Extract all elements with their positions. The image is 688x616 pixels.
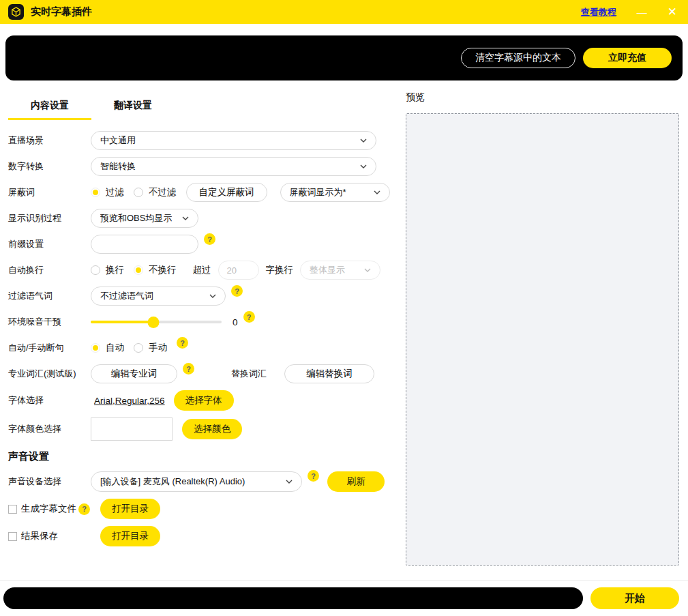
preview-box	[406, 113, 679, 566]
replace-vocab-label: 替换词汇	[231, 368, 267, 380]
wrap-suffix-label: 字换行	[266, 264, 294, 276]
cube-icon	[11, 7, 21, 17]
row-sound-device: 声音设备选择 [输入设备] 麦克风 (Realtek(R) Audio) ? 刷…	[8, 471, 390, 492]
help-icon[interactable]: ?	[308, 470, 319, 482]
row-prefix: 前缀设置 ?	[8, 235, 390, 254]
blocked-words-label: 屏蔽词	[8, 186, 91, 199]
pro-vocab-label: 专业词汇(测试版)	[8, 368, 91, 380]
subtitle-file-check-group: 生成字幕文件 ?	[8, 503, 92, 515]
slider-fill	[91, 321, 153, 323]
row-subtitle-file: 生成字幕文件 ? 打开目录	[8, 499, 390, 519]
sound-device-select[interactable]: [输入设备] 麦克风 (Realtek(R) Audio)	[91, 471, 302, 492]
recharge-button[interactable]: 立即充值	[583, 48, 672, 68]
help-icon[interactable]: ?	[78, 503, 90, 515]
prefix-input-wrap	[91, 235, 198, 254]
select-color-button[interactable]: 选择颜色	[182, 419, 242, 439]
tab-translate-settings[interactable]: 翻译设置	[91, 94, 175, 120]
radio-filter-dot[interactable]	[91, 188, 100, 197]
radio-manual-break-dot[interactable]	[134, 343, 143, 353]
sound-device-label: 声音设备选择	[8, 475, 91, 488]
slider-thumb[interactable]	[148, 317, 160, 328]
subtitle-file-checkbox[interactable]	[8, 505, 17, 514]
row-filler-words: 过滤语气词 不过滤语气词 ?	[8, 287, 390, 306]
help-icon[interactable]: ?	[204, 233, 215, 245]
top-banner: 清空字幕源中的文本 立即充值	[5, 35, 683, 80]
radio-no-filter[interactable]: 不过滤	[134, 186, 177, 199]
view-tutorial-link[interactable]: 查看教程	[581, 6, 616, 18]
clear-subtitle-source-button[interactable]: 清空字幕源中的文本	[461, 48, 575, 68]
noise-slider[interactable]	[91, 317, 222, 328]
chevron-down-icon	[286, 480, 293, 484]
font-color-label: 字体颜色选择	[8, 423, 91, 435]
radio-auto-break-dot[interactable]	[91, 343, 100, 353]
result-save-check-group: 结果保存	[8, 530, 92, 542]
help-icon[interactable]: ?	[183, 363, 194, 375]
chevron-down-icon	[364, 268, 371, 272]
filler-words-select[interactable]: 不过滤语气词	[91, 287, 226, 306]
app-logo	[8, 4, 24, 20]
row-recognition-display: 显示识别过程 预览和OBS均显示	[8, 209, 390, 228]
titlebar-actions: 查看教程 — ✕	[581, 6, 677, 18]
font-color-input[interactable]	[91, 417, 173, 441]
preview-title: 预览	[406, 91, 679, 104]
settings-tabs: 内容设置 翻译设置	[8, 94, 390, 120]
radio-no-wrap[interactable]: 不换行	[134, 264, 177, 276]
radio-auto-break[interactable]: 自动	[91, 342, 124, 354]
minimize-button[interactable]: —	[637, 7, 647, 17]
recognition-display-select[interactable]: 预览和OBS均显示	[91, 209, 198, 228]
subtitle-file-label: 生成字幕文件	[21, 503, 76, 515]
row-font: 字体选择 Arial,Regular,256 选择字体	[8, 390, 390, 411]
help-icon[interactable]: ?	[177, 337, 188, 349]
exceed-input-wrap	[218, 261, 259, 280]
current-font-link[interactable]: Arial,Regular,256	[94, 396, 165, 406]
titlebar: 实时字幕插件 查看教程 — ✕	[0, 0, 688, 24]
app-title: 实时字幕插件	[31, 5, 92, 18]
result-save-checkbox[interactable]	[8, 532, 17, 541]
row-blocked-words: 屏蔽词 过滤 不过滤 自定义屏蔽词 屏蔽词显示为*	[8, 183, 390, 202]
custom-blocked-words-button[interactable]: 自定义屏蔽词	[186, 183, 267, 202]
auto-wrap-label: 自动换行	[8, 264, 91, 276]
prefix-input[interactable]	[100, 239, 190, 250]
radio-manual-break[interactable]: 手动	[134, 342, 167, 354]
radio-no-wrap-dot[interactable]	[134, 265, 143, 275]
chevron-down-icon	[374, 190, 380, 194]
start-button[interactable]: 开始	[590, 587, 679, 609]
radio-wrap[interactable]: 换行	[91, 264, 124, 276]
row-font-color: 字体颜色选择 选择颜色	[8, 417, 390, 441]
settings-form: 直播场景 中文通用 数字转换 智能转换	[8, 131, 390, 546]
noise-label: 环境噪音干预	[8, 316, 91, 328]
radio-no-filter-dot[interactable]	[134, 188, 143, 197]
row-number-convert: 数字转换 智能转换	[8, 157, 390, 176]
live-scene-select[interactable]: 中文通用	[91, 131, 376, 150]
result-save-label: 结果保存	[21, 530, 58, 542]
help-icon[interactable]: ?	[243, 311, 255, 323]
footer: 开始	[0, 580, 688, 616]
radio-wrap-dot[interactable]	[91, 265, 100, 275]
sound-settings-header: 声音设置	[8, 450, 390, 463]
chevron-down-icon	[360, 138, 367, 143]
blocked-words-display-select[interactable]: 屏蔽词显示为*	[280, 183, 390, 202]
live-scene-label: 直播场景	[8, 134, 91, 147]
filler-words-label: 过滤语气词	[8, 290, 91, 302]
main-content: 内容设置 翻译设置 直播场景 中文通用 数字转换 智能转换	[0, 80, 688, 566]
subtitle-output-bar	[3, 587, 583, 609]
row-live-scene: 直播场景 中文通用	[8, 131, 390, 150]
refresh-device-button[interactable]: 刷新	[327, 471, 385, 492]
close-button[interactable]: ✕	[668, 6, 677, 18]
select-font-button[interactable]: 选择字体	[174, 390, 234, 411]
number-convert-select[interactable]: 智能转换	[91, 157, 376, 176]
open-result-dir-button[interactable]: 打开目录	[100, 526, 160, 546]
sentence-break-label: 自动/手动断句	[8, 342, 91, 354]
wrap-display-mode-select[interactable]: 整体显示	[300, 261, 380, 280]
help-icon[interactable]: ?	[231, 285, 243, 297]
open-subtitle-dir-button[interactable]: 打开目录	[100, 499, 160, 519]
settings-panel: 内容设置 翻译设置 直播场景 中文通用 数字转换 智能转换	[8, 80, 390, 566]
exceed-chars-input[interactable]	[227, 265, 250, 276]
edit-replace-vocab-button[interactable]: 编辑替换词	[284, 364, 374, 383]
number-convert-label: 数字转换	[8, 160, 91, 173]
radio-filter[interactable]: 过滤	[91, 186, 124, 199]
exceed-label: 超过	[193, 264, 211, 276]
font-label: 字体选择	[8, 394, 91, 407]
tab-content-settings[interactable]: 内容设置	[8, 94, 91, 120]
edit-pro-vocab-button[interactable]: 编辑专业词	[91, 364, 177, 383]
